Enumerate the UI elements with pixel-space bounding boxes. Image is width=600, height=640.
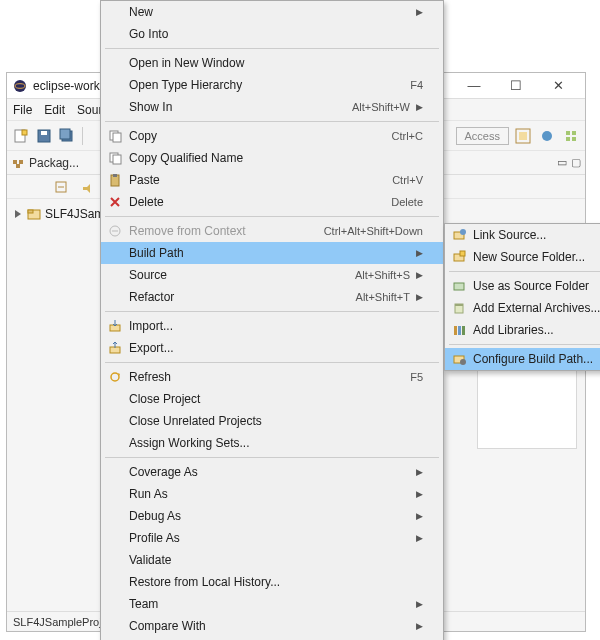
- separator: [449, 271, 600, 272]
- package-explorer-tab[interactable]: Packag...: [29, 156, 79, 170]
- svg-rect-7: [60, 129, 70, 139]
- menu-assign-working-sets[interactable]: Assign Working Sets...: [101, 432, 443, 454]
- svg-rect-14: [572, 137, 576, 141]
- eclipse-icon: [13, 79, 27, 93]
- perspective-java-icon[interactable]: [513, 126, 533, 146]
- menu-restore-local[interactable]: Restore from Local History...: [101, 571, 443, 593]
- submenu-link-source[interactable]: Link Source...: [445, 224, 600, 246]
- svg-rect-39: [454, 326, 457, 335]
- menu-debug-as[interactable]: Debug As▶: [101, 505, 443, 527]
- menu-open-type-hierarchy[interactable]: Open Type HierarchyF4: [101, 74, 443, 96]
- perspective-other-icon[interactable]: [561, 126, 581, 146]
- menu-source[interactable]: SourceAlt+Shift+S▶: [101, 264, 443, 286]
- separator: [105, 311, 439, 312]
- project-icon: [27, 207, 41, 221]
- chevron-right-icon: ▶: [416, 270, 423, 280]
- refresh-icon: [107, 369, 123, 385]
- quick-access-field[interactable]: Access: [456, 127, 509, 145]
- minimize-button[interactable]: —: [453, 74, 495, 98]
- menu-copy[interactable]: CopyCtrl+C: [101, 125, 443, 147]
- svg-point-0: [14, 80, 26, 92]
- svg-point-10: [542, 131, 552, 141]
- import-icon: [107, 318, 123, 334]
- menu-remove-context: Remove from ContextCtrl+Alt+Shift+Down: [101, 220, 443, 242]
- chevron-right-icon: ▶: [416, 102, 423, 112]
- submenu-add-external-archives[interactable]: Add External Archives...: [445, 297, 600, 319]
- chevron-right-icon: ▶: [416, 7, 423, 17]
- menu-compare-with[interactable]: Compare With▶: [101, 615, 443, 637]
- menu-import[interactable]: Import...: [101, 315, 443, 337]
- statusbar-text: SLF4JSampleProjec: [13, 616, 113, 628]
- save-icon[interactable]: [34, 126, 54, 146]
- menu-open-new-window[interactable]: Open in New Window: [101, 52, 443, 74]
- maximize-view-icon[interactable]: ▢: [571, 156, 581, 169]
- svg-rect-41: [462, 326, 465, 335]
- new-icon[interactable]: [11, 126, 31, 146]
- svg-rect-38: [455, 304, 463, 306]
- chevron-right-icon: ▶: [416, 599, 423, 609]
- submenu-configure-build-path[interactable]: Configure Build Path...: [445, 348, 600, 370]
- menu-run-as[interactable]: Run As▶: [101, 483, 443, 505]
- copy-icon: [107, 150, 123, 166]
- chevron-right-icon: ▶: [416, 489, 423, 499]
- expand-icon[interactable]: [13, 209, 23, 219]
- chevron-right-icon: ▶: [416, 292, 423, 302]
- menu-new[interactable]: New▶: [101, 1, 443, 23]
- paste-icon: [107, 172, 123, 188]
- source-folder-icon: [451, 278, 467, 294]
- separator: [105, 362, 439, 363]
- menu-copy-qualified[interactable]: Copy Qualified Name: [101, 147, 443, 169]
- menu-validate[interactable]: Validate: [101, 549, 443, 571]
- minimize-view-icon[interactable]: ▭: [557, 156, 567, 169]
- remove-context-icon: [107, 223, 123, 239]
- menu-edit[interactable]: Edit: [44, 103, 65, 117]
- svg-rect-3: [22, 130, 27, 135]
- save-all-icon[interactable]: [57, 126, 77, 146]
- svg-rect-17: [16, 164, 20, 168]
- window-controls: — ☐ ✕: [453, 74, 579, 98]
- submenu-new-source-folder[interactable]: New Source Folder...: [445, 246, 600, 268]
- menu-show-in[interactable]: Show InAlt+Shift+W▶: [101, 96, 443, 118]
- menu-file[interactable]: File: [13, 103, 32, 117]
- svg-rect-12: [572, 131, 576, 135]
- chevron-right-icon: ▶: [416, 533, 423, 543]
- svg-rect-40: [458, 326, 461, 335]
- svg-rect-5: [41, 131, 47, 135]
- svg-rect-15: [13, 160, 17, 164]
- submenu-use-as-source[interactable]: Use as Source Folder: [445, 275, 600, 297]
- context-menu: New▶ Go Into Open in New Window Open Typ…: [100, 0, 444, 640]
- menu-profile-as[interactable]: Profile As▶: [101, 527, 443, 549]
- configure-icon: [451, 351, 467, 367]
- menu-refresh[interactable]: RefreshF5: [101, 366, 443, 388]
- menu-build-path[interactable]: Build Path▶: [101, 242, 443, 264]
- chevron-right-icon: ▶: [416, 467, 423, 477]
- separator: [105, 121, 439, 122]
- new-source-folder-icon: [451, 249, 467, 265]
- svg-point-33: [460, 229, 466, 235]
- maximize-button[interactable]: ☐: [495, 74, 537, 98]
- submenu-add-libraries[interactable]: Add Libraries...: [445, 319, 600, 341]
- svg-rect-9: [519, 132, 527, 140]
- close-button[interactable]: ✕: [537, 74, 579, 98]
- menu-refactor[interactable]: RefactorAlt+Shift+T▶: [101, 286, 443, 308]
- svg-point-43: [460, 359, 466, 365]
- export-icon: [107, 340, 123, 356]
- copy-icon: [107, 128, 123, 144]
- delete-icon: [107, 194, 123, 210]
- collapse-all-icon[interactable]: [51, 177, 71, 197]
- menu-export[interactable]: Export...: [101, 337, 443, 359]
- package-explorer-icon: [11, 156, 25, 170]
- menu-close-unrelated[interactable]: Close Unrelated Projects: [101, 410, 443, 432]
- link-editor-icon[interactable]: [77, 177, 97, 197]
- separator: [105, 457, 439, 458]
- svg-rect-36: [454, 283, 464, 290]
- svg-rect-35: [460, 251, 465, 256]
- menu-go-into[interactable]: Go Into: [101, 23, 443, 45]
- chevron-right-icon: ▶: [416, 248, 423, 258]
- menu-coverage-as[interactable]: Coverage As▶: [101, 461, 443, 483]
- menu-team[interactable]: Team▶: [101, 593, 443, 615]
- menu-close-project[interactable]: Close Project: [101, 388, 443, 410]
- menu-delete[interactable]: DeleteDelete: [101, 191, 443, 213]
- menu-paste[interactable]: PasteCtrl+V: [101, 169, 443, 191]
- perspective-jee-icon[interactable]: [537, 126, 557, 146]
